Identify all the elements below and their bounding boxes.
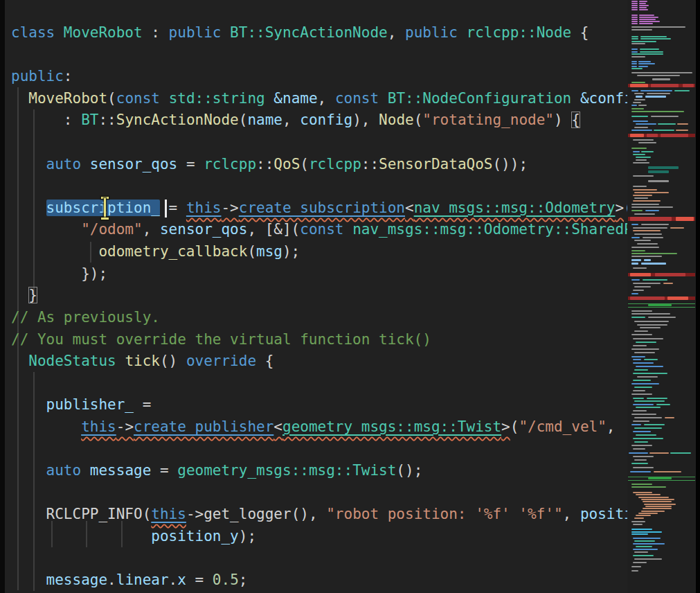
- code-line: publisher_ =: [11, 394, 627, 416]
- code-line: });: [11, 263, 627, 285]
- code-line: this->create_publisher<geometry_msgs::ms…: [11, 416, 627, 439]
- code-line: odometry_callback(msg);: [11, 241, 627, 263]
- code-line: // You must override the virtual functio…: [11, 329, 627, 351]
- code-line: [11, 373, 627, 395]
- code-line: // As previously.: [11, 307, 627, 329]
- code-line: message.linear.x = 0.5;: [11, 569, 627, 592]
- code-line: [11, 175, 627, 197]
- code-line: [11, 132, 627, 154]
- left-border: [0, 0, 5, 593]
- code-line: [11, 44, 627, 67]
- code-line: [11, 548, 627, 570]
- code-line: auto sensor_qos = rclcpp::QoS(rclcpp::Se…: [11, 154, 627, 176]
- code-line: public:: [11, 66, 627, 88]
- code-lines: class MoveRobot : public BT::SyncActionN…: [11, 0, 627, 592]
- code-line: auto message = geometry_msgs::msg::Twist…: [11, 460, 627, 482]
- code-line: [11, 482, 627, 504]
- text-caret: [165, 200, 167, 218]
- code-line: position_y);: [11, 526, 627, 548]
- code-editor[interactable]: class MoveRobot : public BT::SyncActionN…: [5, 0, 627, 593]
- code-line: MoveRobot(const std::string &name, const…: [11, 88, 627, 110]
- selected-text: subscription_: [46, 200, 160, 216]
- code-line: "/odom", sensor_qos, [&](const nav_msgs:…: [11, 219, 627, 241]
- code-line: class MoveRobot : public BT::SyncActionN…: [11, 22, 627, 44]
- right-border: [696, 0, 700, 593]
- code-line: NodeStatus tick() override {: [11, 351, 627, 373]
- code-line: }: [11, 285, 627, 307]
- code-line: [11, 439, 627, 461]
- vscode-editor-window: class MoveRobot : public BT::SyncActionN…: [0, 0, 700, 593]
- code-line: : BT::SyncActionNode(name, config), Node…: [11, 109, 627, 132]
- minimap[interactable]: [627, 0, 696, 593]
- code-line: RCLCPP_INFO(this->get_logger(), "robot p…: [11, 504, 627, 526]
